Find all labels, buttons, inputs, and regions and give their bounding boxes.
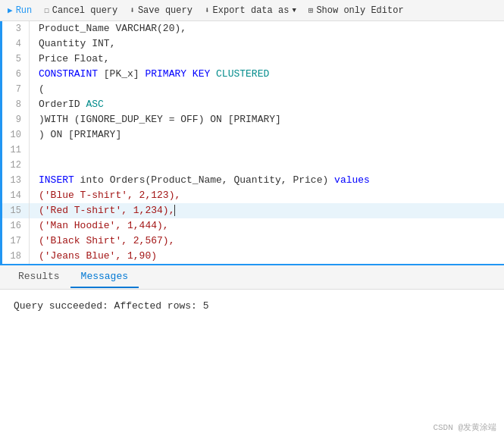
line-number: 3 bbox=[2, 21, 30, 36]
line-number: 18 bbox=[2, 249, 30, 264]
code-content[interactable]: ('Red T-shirt', 1,234), bbox=[30, 203, 175, 218]
code-row: 6CONSTRAINT [PK_x] PRIMARY KEY CLUSTERED bbox=[2, 67, 504, 82]
code-content[interactable]: CONSTRAINT [PK_x] PRIMARY KEY CLUSTERED bbox=[30, 67, 269, 82]
code-content[interactable]: ) ON [PRIMARY] bbox=[30, 127, 121, 143]
code-content[interactable]: Product_Name VARCHAR(20), bbox=[30, 21, 186, 36]
save-label: Save query bbox=[138, 5, 193, 16]
code-row: 16('Man Hoodie', 1,444), bbox=[2, 218, 504, 234]
code-content[interactable]: ('Jeans Blue', 1,90) bbox=[30, 249, 157, 264]
code-row: 15('Red T-shirt', 1,234), bbox=[2, 203, 504, 218]
toolbar: ▶ Run ☐ Cancel query ⬇ Save query ⬇ Expo… bbox=[0, 0, 504, 21]
export-icon: ⬇ bbox=[205, 5, 210, 15]
code-row: 11 bbox=[2, 143, 504, 158]
code-content[interactable]: Price Float, bbox=[30, 52, 110, 67]
code-content[interactable] bbox=[30, 158, 45, 173]
line-number: 17 bbox=[2, 234, 30, 249]
code-content[interactable] bbox=[30, 143, 45, 158]
cancel-label: Cancel query bbox=[52, 5, 117, 16]
code-row: 13INSERT into Orders(Product_Name, Quant… bbox=[2, 173, 504, 188]
code-content[interactable]: ('Man Hoodie', 1,444), bbox=[30, 218, 169, 234]
line-number: 12 bbox=[2, 158, 30, 173]
left-accent-bar bbox=[0, 21, 2, 265]
results-tabs: Results Messages bbox=[0, 265, 504, 290]
line-number: 8 bbox=[2, 97, 30, 112]
grid-icon: ⊞ bbox=[308, 5, 314, 15]
export-button[interactable]: ⬇ Export data as ▼ bbox=[205, 5, 296, 16]
line-number: 15 bbox=[2, 203, 30, 218]
code-row: 3Product_Name VARCHAR(20), bbox=[2, 21, 504, 36]
save-icon: ⬇ bbox=[130, 5, 135, 15]
code-row: 14('Blue T-shirt', 2,123), bbox=[2, 188, 504, 203]
code-content[interactable]: Quantity INT, bbox=[30, 36, 115, 52]
code-row: 4Quantity INT, bbox=[2, 36, 504, 52]
code-content[interactable]: ( bbox=[30, 82, 45, 97]
run-button[interactable]: ▶ Run bbox=[8, 5, 32, 16]
code-row: 5Price Float, bbox=[2, 52, 504, 67]
export-label: Export data as bbox=[213, 5, 290, 16]
code-content[interactable]: INSERT into Orders(Product_Name, Quantit… bbox=[30, 173, 370, 188]
show-editor-button[interactable]: ⊞ Show only Editor bbox=[308, 5, 404, 16]
code-content[interactable]: )WITH (IGNORE_DUP_KEY = OFF) ON [PRIMARY… bbox=[30, 112, 281, 127]
line-number: 7 bbox=[2, 82, 30, 97]
run-icon: ▶ bbox=[8, 5, 13, 15]
run-label: Run bbox=[16, 5, 33, 16]
code-row: 18('Jeans Blue', 1,90) bbox=[2, 249, 504, 264]
line-number: 13 bbox=[2, 173, 30, 188]
line-number: 4 bbox=[2, 36, 30, 52]
line-number: 5 bbox=[2, 52, 30, 67]
editor-area[interactable]: 3Product_Name VARCHAR(20),4Quantity INT,… bbox=[0, 21, 504, 265]
code-row: 12 bbox=[2, 158, 504, 173]
line-number: 6 bbox=[2, 67, 30, 82]
results-content: Query succeeded: Affected rows: 5 bbox=[0, 290, 504, 322]
cancel-icon: ☐ bbox=[44, 5, 49, 15]
code-content[interactable]: ('Blue T-shirt', 2,123), bbox=[30, 188, 180, 203]
code-row: 10) ON [PRIMARY] bbox=[2, 127, 504, 143]
line-number: 10 bbox=[2, 127, 30, 143]
code-row: 17('Black Shirt', 2,567), bbox=[2, 234, 504, 249]
code-content[interactable]: ('Black Shirt', 2,567), bbox=[30, 234, 174, 249]
tab-messages[interactable]: Messages bbox=[70, 266, 139, 288]
code-row: 7( bbox=[2, 82, 504, 97]
cancel-button[interactable]: ☐ Cancel query bbox=[44, 5, 117, 16]
save-button[interactable]: ⬇ Save query bbox=[130, 5, 193, 16]
line-number: 11 bbox=[2, 143, 30, 158]
code-content[interactable]: OrderID ASC bbox=[30, 97, 104, 112]
line-number: 9 bbox=[2, 112, 30, 127]
code-lines: 3Product_Name VARCHAR(20),4Quantity INT,… bbox=[2, 21, 504, 264]
code-row: 9)WITH (IGNORE_DUP_KEY = OFF) ON [PRIMAR… bbox=[2, 112, 504, 127]
code-row: 8OrderID ASC bbox=[2, 97, 504, 112]
export-chevron-icon: ▼ bbox=[292, 7, 296, 14]
query-result-message: Query succeeded: Affected rows: 5 bbox=[14, 300, 208, 312]
code-editor[interactable]: 3Product_Name VARCHAR(20),4Quantity INT,… bbox=[0, 21, 504, 265]
line-number: 16 bbox=[2, 218, 30, 234]
line-number: 14 bbox=[2, 188, 30, 203]
show-label: Show only Editor bbox=[316, 5, 403, 16]
watermark: CSDN @发黄涂端 bbox=[433, 422, 496, 433]
tab-results[interactable]: Results bbox=[8, 266, 70, 288]
